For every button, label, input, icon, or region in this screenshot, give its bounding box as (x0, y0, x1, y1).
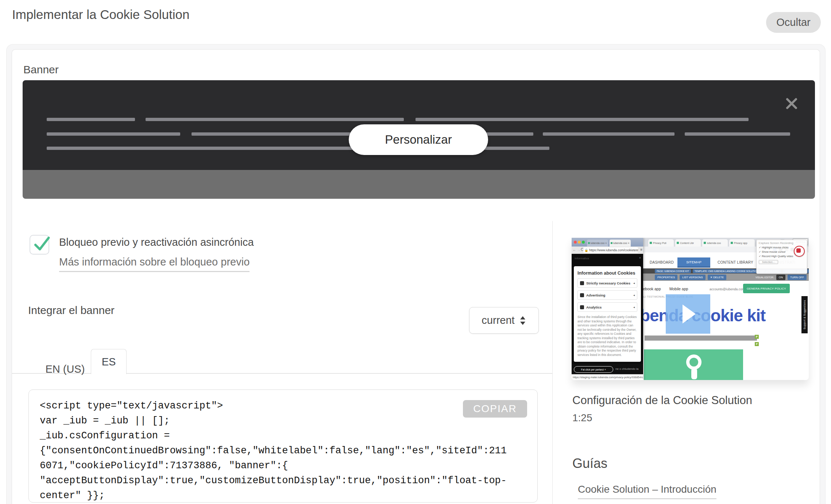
selection-button: Selection... (759, 260, 778, 264)
banner-strip-text: ne o chiudendo la (615, 367, 638, 371)
minimize-traffic-light (578, 241, 581, 244)
preblocking-checkbox[interactable] (30, 235, 49, 255)
placeholder-line (685, 132, 790, 136)
popup-title: Capture Screen Recording (759, 241, 805, 245)
check-icon (31, 233, 52, 255)
iubenda-logo-icon (686, 354, 701, 370)
lock-icon: 🔒 (584, 248, 588, 252)
category-icon (580, 281, 584, 285)
favicon (677, 242, 679, 244)
guides-heading: Guías (572, 456, 607, 471)
favicon (650, 242, 652, 244)
play-icon (683, 305, 696, 323)
preblocking-info-link[interactable]: Más información sobre el bloqueo previo (59, 256, 250, 272)
embed-code: <script type="text/javascript"> var _iub… (40, 399, 527, 503)
version-select[interactable]: current (469, 307, 539, 334)
p-badge: P (755, 335, 759, 339)
placeholder-line (146, 118, 404, 121)
version-select-value: current (482, 314, 514, 326)
tab-es[interactable]: ES (91, 349, 127, 374)
cookie-category-row: Advertising◂ (577, 290, 637, 300)
cms-action-bar: PROPERTIES LIST VERSIONS ✕ DELETE VISUAL… (643, 274, 809, 281)
record-button (794, 246, 805, 257)
nav-sitemap-button: SITEMAP (677, 257, 710, 268)
banner-section-label: Banner (23, 63, 59, 76)
close-traffic-light (574, 241, 577, 244)
chevron-icon: ◂ (633, 306, 635, 309)
category-icon (580, 305, 584, 309)
modal-paragraph: Since the installation of third party Co… (577, 315, 637, 357)
video-thumbnail[interactable]: Privacy Poli Content Libr iubenda coo Pr… (572, 238, 809, 380)
placeholder-line (47, 118, 135, 121)
mini-browser-titlebar: iubenda coo× iubenda coo× (572, 238, 643, 247)
placeholder-line (543, 132, 675, 136)
banner-preview: Personalizar (23, 80, 815, 199)
status-bar: https://staging.mater.iubenda.com/privac… (572, 374, 643, 380)
inner-panel: Banner Personalizar (12, 49, 820, 504)
browser-tab: iubenda coo (702, 239, 728, 247)
menu-icon: ≡ (640, 248, 642, 252)
mini-browser-window: iubenda coo× iubenda coo× ← → C 🔒 https:… (572, 238, 643, 380)
maximize-traffic-light (582, 241, 585, 244)
back-icon: ← (573, 248, 576, 252)
mini-browser-tab: iubenda coo× (610, 240, 631, 247)
select-arrows-icon (519, 315, 526, 326)
p-badge: P (755, 342, 759, 346)
account-email: accounts@iubenda.com ▾ (710, 287, 747, 291)
banner-preview-footer (23, 170, 815, 199)
integrate-banner-label: Integrar el banner (28, 304, 115, 317)
banner-pill: Fai click per parlarci + (574, 366, 613, 373)
close-icon[interactable] (784, 96, 799, 111)
browser-tab: Privacy Poli (648, 239, 674, 247)
column-divider (552, 221, 553, 504)
url-field: 🔒 https://www.iubenda.com/cookietest (583, 247, 638, 253)
favicon (731, 242, 733, 244)
placeholder-line (416, 118, 749, 121)
embed-header-bar (645, 336, 757, 341)
nav-dashboard: DASHBOARD (650, 260, 674, 264)
personalize-button[interactable]: Personalizar (349, 124, 488, 155)
placeholder-line (47, 132, 180, 136)
video-title: Configuración de la Cookie Solution (572, 394, 752, 407)
favicon (704, 242, 706, 244)
embed-code-box: <script type="text/javascript"> var _iub… (28, 389, 538, 503)
mini-banner-strip: Fai click per parlarci + ne o chiudendo … (572, 364, 643, 374)
preblocking-label: Bloqueo previo y reactivación asincrónic… (59, 236, 254, 248)
banner-preview-body: Personalizar (23, 80, 815, 170)
implement-cookie-solution-page: Implementar la Cookie Solution Ocultar B… (0, 0, 831, 504)
hide-button[interactable]: Ocultar (766, 12, 821, 33)
mini-browser-viewport: Informativa × Information about Cookies … (572, 254, 643, 364)
mini-browser-urlbar: ← → C 🔒 https://www.iubenda.com/cookiete… (572, 247, 643, 254)
close-icon: × (639, 256, 641, 260)
browser-tab: Privacy app (729, 239, 755, 247)
iubenda-banner-block (644, 349, 743, 380)
mini-browser-tab: iubenda coo× (587, 240, 608, 247)
apps-text: Mobile app (669, 287, 688, 291)
page-title: Implementar la Cookie Solution (12, 7, 189, 22)
modal-title: Information about Cookies (577, 271, 637, 276)
chevron-icon: ◂ (633, 294, 635, 297)
generate-privacy-policy-button: GENERA PRIVACY POLICY (743, 284, 790, 293)
iubenda-logo-foot (691, 368, 697, 379)
browser-tab: Content Libr (675, 239, 701, 247)
informativa-label: Informativa (575, 257, 589, 260)
forward-icon: → (577, 248, 580, 252)
category-icon (580, 293, 584, 297)
copy-button[interactable]: COPIAR (463, 400, 527, 418)
cookie-category-row: Strictly necessary Cookies◂ (577, 278, 637, 288)
chevron-icon: ◂ (633, 282, 635, 285)
support-suggestions-tab: Support & Suggestions (801, 296, 808, 333)
play-button[interactable] (666, 294, 710, 334)
cookie-category-row: Analytics◂ (577, 302, 637, 312)
guides-link-cookie-solution-intro[interactable]: Cookie Solution – Introducción (578, 484, 716, 499)
cookie-info-modal: Information about Cookies Strictly neces… (574, 266, 641, 362)
screen-recording-popup: Capture Screen Recording ✓ Highlight mou… (756, 240, 807, 274)
tab-en-us[interactable]: EN (US) (39, 357, 92, 381)
content-card: Banner Personalizar (6, 44, 826, 504)
nav-content-library: CONTENT LIBRARY (718, 260, 753, 264)
video-duration: 1:25 (572, 412, 592, 424)
